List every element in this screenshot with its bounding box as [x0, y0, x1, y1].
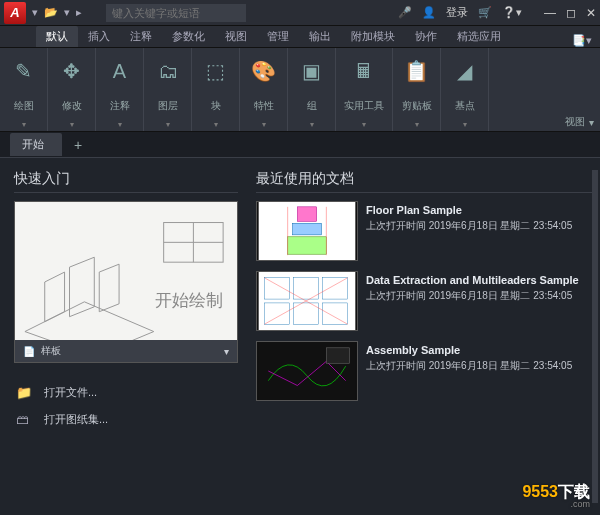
new-tab-button[interactable]: + — [66, 137, 90, 153]
minimize-button[interactable]: — — [544, 6, 556, 20]
chevron-down-icon: ▾ — [166, 120, 170, 129]
thumbnail — [256, 341, 358, 401]
chevron-down-icon: ▾ — [224, 346, 229, 357]
tab-view[interactable]: 视图 — [215, 26, 257, 47]
login-link[interactable]: 登录 — [446, 5, 468, 20]
chevron-down-icon: ▾ — [589, 117, 594, 128]
properties-icon: 🎨 — [251, 54, 276, 88]
chevron-down-icon: ▾ — [118, 120, 122, 129]
tab-insert[interactable]: 插入 — [78, 26, 120, 47]
panel-group[interactable]: ▣组▾ — [288, 48, 336, 131]
open-icon[interactable]: 📂 — [44, 6, 58, 19]
panel-clipboard[interactable]: 📋剪贴板▾ — [393, 48, 441, 131]
open-actions: 📁打开文件... 🗃打开图纸集... — [14, 379, 238, 433]
tab-manage[interactable]: 管理 — [257, 26, 299, 47]
section-title: 最近使用的文档 — [256, 170, 594, 193]
open-file-button[interactable]: 📁打开文件... — [14, 379, 238, 406]
titlebar: A ▾ 📂 ▾ ▸ 🎤 👤 登录 🛒 ❔▾ — ◻ ✕ — [0, 0, 600, 26]
recent-name: Data Extraction and Multileaders Sample — [366, 273, 579, 287]
tab-default[interactable]: 默认 — [36, 26, 78, 47]
panel-modify[interactable]: ✥修改▾ — [48, 48, 96, 131]
svg-rect-10 — [259, 272, 356, 330]
group-icon: ▣ — [302, 54, 321, 88]
panel-draw[interactable]: ✎绘图▾ — [0, 48, 48, 131]
layers-icon: 🗂 — [158, 54, 178, 88]
panel-block[interactable]: ⬚块▾ — [192, 48, 240, 131]
mic-icon[interactable]: 🎤 — [398, 6, 412, 19]
recent-info: Data Extraction and Multileaders Sample … — [366, 271, 579, 331]
dropdown-icon[interactable]: ▾ — [64, 6, 70, 19]
tab-collaborate[interactable]: 协作 — [405, 26, 447, 47]
search-input[interactable] — [106, 4, 246, 22]
recent-documents-section: 最近使用的文档 Floor Plan Sample 上次打开时间 2019年6月… — [252, 158, 600, 515]
view-dropdown[interactable]: 视图▾ — [565, 115, 594, 129]
ribbon-settings-icon[interactable]: 📑▾ — [572, 34, 592, 47]
recent-item[interactable]: Assembly Sample 上次打开时间 2019年6月18日 星期二 23… — [256, 341, 594, 401]
chevron-down-icon: ▾ — [463, 120, 467, 129]
svg-rect-0 — [15, 213, 237, 352]
chevron-down-icon: ▾ — [22, 120, 26, 129]
pencil-icon: ✎ — [15, 54, 32, 88]
exchange-icon[interactable]: 🛒 — [478, 6, 492, 19]
open-sheetset-button[interactable]: 🗃打开图纸集... — [14, 406, 238, 433]
window-controls: — ◻ ✕ — [544, 6, 596, 20]
base-icon: ◢ — [457, 54, 472, 88]
recent-meta: 上次打开时间 2019年6月18日 星期二 23:54:05 — [366, 289, 579, 302]
quick-access-toolbar: ▾ 📂 ▾ ▸ — [32, 6, 82, 19]
tab-output[interactable]: 输出 — [299, 26, 341, 47]
quick-start-section: 快速入门 开始绘制 📄 样板 ▾ 📁打开文件... — [0, 158, 252, 515]
panel-annotate[interactable]: A注释▾ — [96, 48, 144, 131]
chevron-down-icon: ▾ — [262, 120, 266, 129]
recent-info: Floor Plan Sample 上次打开时间 2019年6月18日 星期二 … — [366, 201, 572, 261]
calculator-icon: 🖩 — [354, 54, 374, 88]
help-icon[interactable]: ❔▾ — [502, 6, 522, 19]
chevron-down-icon: ▾ — [362, 120, 366, 129]
tab-annotate[interactable]: 注释 — [120, 26, 162, 47]
tab-featured[interactable]: 精选应用 — [447, 26, 511, 47]
chevron-down-icon: ▾ — [415, 120, 419, 129]
block-icon: ⬚ — [206, 54, 225, 88]
panel-utilities[interactable]: 🖩实用工具▾ — [336, 48, 393, 131]
chevron-right-icon[interactable]: ▸ — [76, 6, 82, 19]
template-dropdown[interactable]: 📄 样板 ▾ — [15, 340, 237, 362]
start-drawing-label: 开始绘制 — [155, 289, 223, 312]
file-tabs: 开始 + — [0, 132, 600, 158]
panel-properties[interactable]: 🎨特性▾ — [240, 48, 288, 131]
move-icon: ✥ — [63, 54, 80, 88]
chevron-down-icon: ▾ — [70, 120, 74, 129]
recent-item[interactable]: Data Extraction and Multileaders Sample … — [256, 271, 594, 331]
svg-rect-5 — [297, 207, 316, 222]
user-icon[interactable]: 👤 — [422, 6, 436, 19]
close-button[interactable]: ✕ — [586, 6, 596, 20]
recent-name: Assembly Sample — [366, 343, 572, 357]
titlebar-right: 🎤 👤 登录 🛒 ❔▾ — ◻ ✕ — [398, 5, 596, 20]
tab-addins[interactable]: 附加模块 — [341, 26, 405, 47]
sheetset-icon: 🗃 — [16, 412, 34, 427]
panel-base[interactable]: ◢基点▾ — [441, 48, 489, 131]
start-drawing-tile[interactable]: 开始绘制 📄 样板 ▾ — [14, 201, 238, 363]
ribbon: ✎绘图▾ ✥修改▾ A注释▾ 🗂图层▾ ⬚块▾ 🎨特性▾ ▣组▾ 🖩实用工具▾ … — [0, 48, 600, 132]
thumbnail — [256, 201, 358, 261]
start-page: 快速入门 开始绘制 📄 样板 ▾ 📁打开文件... — [0, 158, 600, 515]
sketch-illustration — [15, 202, 237, 362]
svg-rect-7 — [288, 237, 327, 254]
new-icon[interactable]: ▾ — [32, 6, 38, 19]
folder-icon: 📁 — [16, 385, 34, 400]
recent-item[interactable]: Floor Plan Sample 上次打开时间 2019年6月18日 星期二 … — [256, 201, 594, 261]
app-menu-button[interactable]: A — [4, 2, 26, 24]
svg-rect-6 — [293, 223, 322, 235]
file-tab-start[interactable]: 开始 — [10, 133, 62, 156]
recent-info: Assembly Sample 上次打开时间 2019年6月18日 星期二 23… — [366, 341, 572, 401]
chevron-down-icon: ▾ — [310, 120, 314, 129]
tab-parametric[interactable]: 参数化 — [162, 26, 215, 47]
recent-meta: 上次打开时间 2019年6月18日 星期二 23:54:05 — [366, 219, 572, 232]
ribbon-tabs: 默认 插入 注释 参数化 视图 管理 输出 附加模块 协作 精选应用 📑▾ — [0, 26, 600, 48]
watermark: 9553下载 .com — [522, 482, 590, 509]
text-icon: A — [113, 54, 126, 88]
thumbnail — [256, 271, 358, 331]
chevron-down-icon: ▾ — [214, 120, 218, 129]
maximize-button[interactable]: ◻ — [566, 6, 576, 20]
panel-layers[interactable]: 🗂图层▾ — [144, 48, 192, 131]
section-title: 快速入门 — [14, 170, 238, 193]
recent-meta: 上次打开时间 2019年6月18日 星期二 23:54:05 — [366, 359, 572, 372]
